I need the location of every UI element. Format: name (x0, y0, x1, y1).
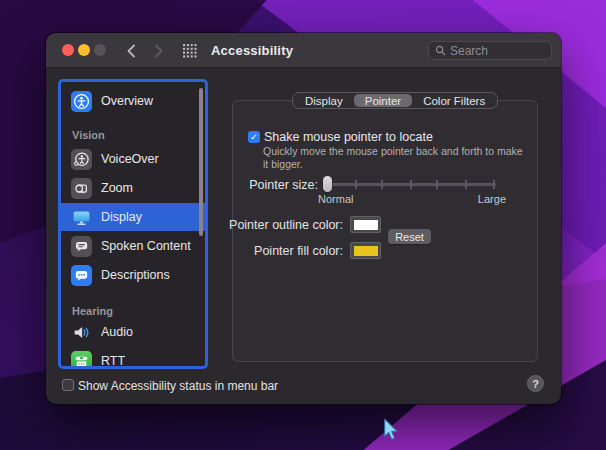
pointer-size-min-label: Normal (318, 193, 353, 205)
sidebar-item-overview[interactable]: Overview (61, 87, 205, 115)
shake-pointer-checkbox[interactable]: ✓ (248, 131, 260, 143)
titlebar: Accessibility Search (46, 33, 561, 68)
show-status-checkbox[interactable] (62, 379, 74, 391)
search-icon (435, 45, 446, 56)
forward-button[interactable] (150, 42, 168, 60)
sidebar-item-label: VoiceOver (101, 152, 159, 166)
sidebar-item-label: Display (101, 210, 142, 224)
pointer-size-label: Pointer size: (196, 178, 318, 192)
pointer-outline-color-well[interactable] (350, 216, 381, 233)
slider-tick (410, 180, 412, 189)
zoom-icon (71, 178, 92, 199)
sidebar: Overview Vision VoiceOver (58, 79, 208, 369)
slider-tick (493, 180, 495, 189)
voiceover-icon (71, 149, 92, 170)
display-icon (71, 207, 92, 228)
pointer-outline-color-label: Pointer outline color: (206, 218, 343, 232)
tab-pointer[interactable]: Pointer (354, 94, 412, 107)
spoken-content-icon (71, 236, 92, 257)
fill-color-swatch (354, 246, 378, 256)
check-icon: ✓ (250, 133, 258, 142)
sidebar-item-label: Zoom (101, 181, 133, 195)
shake-pointer-description: Quickly move the mouse pointer back and … (263, 145, 523, 171)
chevron-right-icon (154, 44, 164, 58)
sidebar-item-descriptions[interactable]: Descriptions (61, 261, 205, 289)
pointer-fill-color-label: Pointer fill color: (206, 244, 343, 258)
mouse-cursor (383, 418, 399, 442)
sidebar-item-display[interactable]: Display (61, 203, 205, 231)
sidebar-item-label: Spoken Content (101, 239, 191, 253)
slider-tick (436, 180, 438, 189)
accessibility-overview-icon (71, 91, 92, 112)
slider-knob[interactable] (323, 176, 332, 192)
sidebar-section-hearing: Hearing (61, 304, 205, 318)
minimize-button[interactable] (78, 44, 90, 56)
reset-button[interactable]: Reset (388, 229, 431, 244)
sidebar-item-label: Overview (101, 94, 153, 108)
shake-pointer-label: Shake mouse pointer to locate (264, 130, 433, 144)
slider-tick (355, 180, 357, 189)
pointer-fill-color-well[interactable] (350, 242, 381, 259)
sidebar-section-vision: Vision (61, 128, 205, 142)
audio-icon (71, 322, 92, 343)
tab-color-filters[interactable]: Color Filters (412, 94, 496, 107)
descriptions-icon (71, 265, 92, 286)
sidebar-item-label: RTT (101, 354, 125, 368)
show-status-label: Show Accessibility status in menu bar (78, 379, 278, 393)
outline-color-swatch (354, 220, 378, 230)
slider-tick (465, 180, 467, 189)
back-button[interactable] (122, 42, 140, 60)
desktop-wallpaper: Accessibility Search Overview Visio (0, 0, 606, 450)
search-input[interactable]: Search (428, 41, 552, 60)
search-placeholder: Search (450, 44, 488, 58)
tab-display[interactable]: Display (294, 94, 354, 107)
help-button[interactable]: ? (527, 375, 544, 392)
rtt-icon (71, 351, 92, 370)
sidebar-item-audio[interactable]: Audio (61, 318, 205, 346)
show-all-preferences-button[interactable] (181, 43, 199, 59)
pointer-size-max-label: Large (478, 193, 506, 205)
pointer-size-slider[interactable] (323, 176, 496, 192)
tab-bar: Display Pointer Color Filters (292, 92, 498, 109)
grid-icon (183, 44, 197, 58)
slider-tick (381, 180, 383, 189)
sidebar-item-voiceover[interactable]: VoiceOver (61, 145, 205, 173)
zoom-window-button[interactable] (94, 44, 106, 56)
chevron-left-icon (126, 44, 136, 58)
sidebar-scrollbar[interactable] (199, 88, 203, 236)
sidebar-item-spoken-content[interactable]: Spoken Content (61, 232, 205, 260)
close-button[interactable] (62, 44, 74, 56)
window-title: Accessibility (211, 43, 293, 58)
accessibility-window: Accessibility Search Overview Visio (46, 33, 561, 404)
sidebar-item-label: Descriptions (101, 268, 170, 282)
sidebar-item-zoom[interactable]: Zoom (61, 174, 205, 202)
sidebar-item-rtt[interactable]: RTT (61, 347, 205, 369)
sidebar-item-label: Audio (101, 325, 133, 339)
